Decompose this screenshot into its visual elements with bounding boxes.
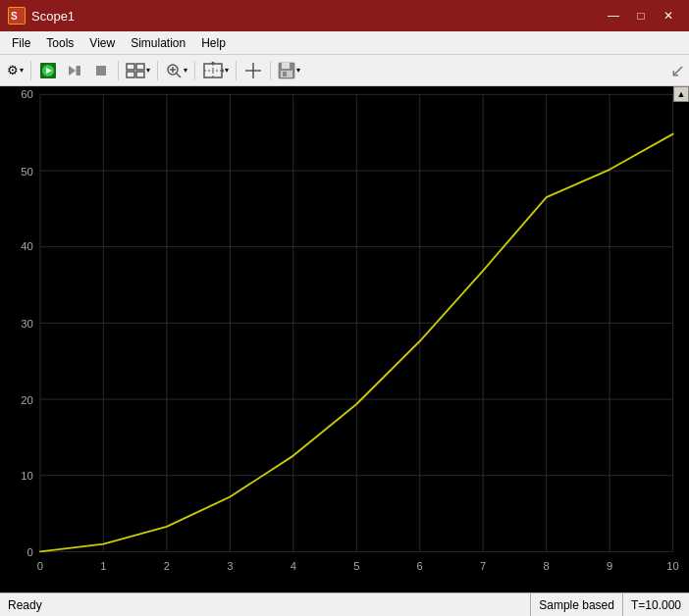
toolbar-group-axis: ▾ — [199, 59, 232, 82]
menu-bar: File Tools View Simulation Help — [0, 31, 689, 55]
save-dropdown-arrow: ▾ — [296, 66, 300, 75]
status-sample-text: Sample based — [530, 593, 622, 616]
save-icon — [278, 62, 295, 79]
stop-button[interactable] — [88, 59, 114, 82]
layout-dropdown-button[interactable]: ▾ — [123, 59, 153, 82]
svg-text:10: 10 — [21, 469, 33, 481]
toolbar-group-sim — [35, 59, 114, 82]
toolbar-group-save: ▾ — [275, 59, 303, 82]
layout-icon — [126, 62, 145, 79]
close-button[interactable]: ✕ — [656, 6, 681, 26]
maximize-button[interactable]: □ — [628, 6, 654, 26]
menu-help[interactable]: Help — [193, 34, 234, 52]
svg-text:10: 10 — [666, 560, 679, 572]
axis-icon — [202, 62, 224, 79]
window-title: Scope1 — [31, 9, 601, 24]
toolbar: ⚙ ▾ — [0, 55, 689, 86]
menu-view[interactable]: View — [81, 34, 123, 52]
step-icon — [66, 62, 83, 79]
main-content: ▲ — [0, 86, 689, 592]
toolbar-sep-6 — [270, 61, 271, 80]
toolbar-group-zoom: ▾ — [162, 59, 190, 82]
window-controls: — □ ✕ — [601, 6, 681, 26]
svg-rect-27 — [283, 72, 287, 77]
menu-tools[interactable]: Tools — [38, 34, 81, 52]
svg-text:S: S — [11, 11, 18, 22]
sim-icon — [39, 62, 57, 79]
toolbar-sep-2 — [118, 61, 119, 80]
cursor-button[interactable] — [240, 59, 266, 82]
toolbar-sep-1 — [30, 61, 31, 80]
svg-text:4: 4 — [291, 560, 296, 572]
axis-dropdown-arrow: ▾ — [225, 66, 229, 75]
axis-dropdown-button[interactable]: ▾ — [199, 59, 232, 82]
menu-file[interactable]: File — [4, 34, 38, 52]
svg-text:5: 5 — [353, 560, 359, 572]
scroll-top-button[interactable]: ▲ — [673, 86, 689, 102]
zoom-dropdown-arrow: ▾ — [184, 66, 187, 75]
zoom-dropdown-button[interactable]: ▾ — [162, 59, 190, 82]
toolbar-group-settings: ⚙ ▾ — [4, 59, 26, 82]
svg-text:8: 8 — [544, 560, 550, 572]
dock-icon[interactable]: ↙ — [670, 60, 685, 81]
toolbar-sep-4 — [194, 61, 195, 80]
settings-icon: ⚙ — [7, 63, 19, 77]
step-button[interactable] — [62, 59, 87, 82]
svg-text:40: 40 — [21, 240, 33, 252]
svg-marker-5 — [69, 66, 76, 76]
app-icon: S — [8, 7, 26, 25]
plot-area[interactable]: ▲ — [0, 86, 689, 592]
status-ready-text: Ready — [0, 598, 530, 612]
svg-rect-10 — [136, 64, 144, 70]
svg-text:0: 0 — [37, 560, 43, 572]
simulate-button[interactable] — [35, 59, 61, 82]
svg-rect-11 — [127, 72, 134, 77]
menu-simulation[interactable]: Simulation — [123, 34, 193, 52]
svg-marker-20 — [222, 69, 224, 73]
svg-text:30: 30 — [21, 317, 33, 329]
minimize-button[interactable]: — — [601, 6, 626, 26]
svg-marker-21 — [211, 62, 215, 64]
svg-rect-8 — [96, 66, 106, 76]
plot-svg: 0 10 20 30 40 50 60 0 1 2 3 4 5 6 7 8 9 … — [0, 86, 689, 592]
svg-rect-9 — [127, 64, 134, 70]
svg-line-14 — [177, 74, 181, 77]
svg-text:50: 50 — [21, 165, 33, 177]
svg-text:0: 0 — [27, 545, 33, 557]
svg-rect-12 — [136, 72, 144, 77]
toolbar-group-layout: ▾ — [123, 59, 153, 82]
svg-text:1: 1 — [100, 560, 106, 572]
svg-text:2: 2 — [164, 560, 170, 572]
svg-text:60: 60 — [21, 88, 33, 100]
svg-text:7: 7 — [480, 560, 486, 572]
save-dropdown-button[interactable]: ▾ — [275, 59, 303, 82]
svg-rect-25 — [282, 63, 290, 69]
stop-icon — [92, 62, 110, 79]
settings-dropdown-button[interactable]: ⚙ ▾ — [4, 59, 26, 82]
toolbar-sep-3 — [157, 61, 158, 80]
zoom-icon — [165, 62, 183, 79]
svg-text:9: 9 — [607, 560, 612, 572]
svg-text:20: 20 — [21, 393, 33, 405]
title-bar: S Scope1 — □ ✕ — [0, 0, 689, 31]
status-time-text: T=10.000 — [622, 593, 689, 616]
svg-text:3: 3 — [227, 560, 233, 572]
toolbar-sep-5 — [236, 61, 237, 80]
layout-dropdown-arrow: ▾ — [146, 66, 150, 75]
settings-dropdown-arrow: ▾ — [20, 66, 24, 75]
status-bar: Ready Sample based T=10.000 — [0, 592, 689, 616]
svg-text:6: 6 — [417, 560, 423, 572]
cursor-icon — [244, 62, 262, 79]
toolbar-group-cursor — [240, 59, 266, 82]
